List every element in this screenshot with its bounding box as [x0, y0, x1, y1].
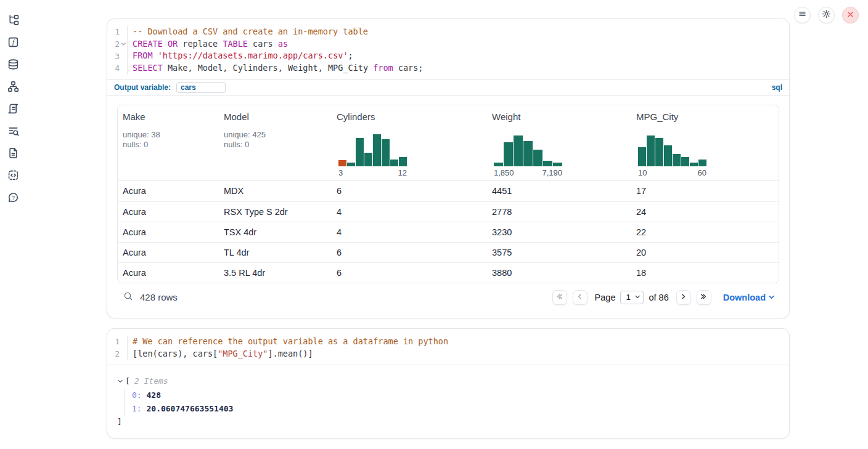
- table-cell: 18: [631, 268, 779, 278]
- page-label: Page: [595, 293, 616, 302]
- column-stats: unique: 425 nulls: 0: [224, 130, 327, 150]
- table-cell: RSX Type S 2dr: [219, 207, 332, 217]
- database-icon[interactable]: [7, 59, 19, 70]
- line-number: 2: [107, 39, 120, 49]
- histogram-bar: [494, 163, 503, 166]
- column-label[interactable]: Cylinders: [337, 111, 482, 122]
- histogram-bar: [347, 163, 355, 166]
- last-page-button[interactable]: [697, 290, 711, 305]
- cylinders-histogram: 3 12: [338, 134, 407, 177]
- code-line: FROM 'https://datasets.marimo.app/cars.c…: [133, 50, 789, 62]
- histogram-bar: [543, 161, 552, 166]
- line-number: 2: [107, 349, 120, 358]
- column-label[interactable]: Weight: [492, 111, 626, 122]
- table-cell: Acura: [118, 227, 219, 237]
- items-count-label: 2 Items: [134, 376, 168, 386]
- column-label[interactable]: Make: [123, 111, 214, 122]
- first-page-button[interactable]: [552, 290, 567, 305]
- top-toolbar: [794, 7, 859, 23]
- table-cell: 24: [631, 207, 779, 217]
- output-variable-label: Output variable:: [114, 83, 171, 92]
- settings-button[interactable]: [818, 7, 835, 23]
- code-line: CREATE OR replace TABLE cars as: [133, 38, 789, 51]
- column-label[interactable]: Model: [224, 111, 327, 122]
- sql-code-editor[interactable]: 1234 -- Download a CSV and create an in-…: [107, 19, 789, 79]
- fold-chevron-icon[interactable]: [120, 41, 127, 48]
- chevrons-right-icon: [700, 292, 708, 303]
- function-icon[interactable]: f: [7, 36, 19, 48]
- document-icon[interactable]: [7, 147, 19, 159]
- sql-cell: 1234 -- Download a CSV and create an in-…: [107, 18, 790, 318]
- column-label[interactable]: MPG_City: [636, 111, 774, 122]
- collapse-chevron-icon[interactable]: [117, 378, 123, 384]
- table-cell: TSX 4dr: [219, 227, 332, 237]
- column-header-weight: Weight 1,850 7,190: [487, 105, 631, 180]
- output-variable-input[interactable]: [176, 82, 226, 93]
- dependency-graph-icon[interactable]: [7, 81, 19, 92]
- table-footer: 428 rows Page: [117, 288, 779, 307]
- close-bracket: ]: [117, 416, 779, 428]
- table-cell: Acura: [118, 186, 219, 196]
- histogram-min-label: 1,850: [494, 168, 514, 177]
- table-cell: TL 4dr: [219, 248, 332, 257]
- page-number-select[interactable]: 1: [620, 291, 644, 304]
- snippets-icon[interactable]: [7, 169, 19, 181]
- logs-search-icon[interactable]: [7, 125, 19, 137]
- histogram-bar: [399, 157, 407, 166]
- histogram-bar: [673, 154, 681, 166]
- histogram-bar: [338, 160, 346, 166]
- sql-cell-output: Make unique: 38 nulls: 0 Model unique: 4…: [107, 96, 789, 307]
- column-header-cylinders: Cylinders 3 12: [332, 105, 487, 180]
- histogram-bar: [698, 160, 706, 166]
- shutdown-button[interactable]: [842, 7, 859, 23]
- table-body: AcuraMDX6445117AcuraRSX Type S 2dr427782…: [118, 181, 779, 283]
- file-tree-icon[interactable]: [7, 14, 19, 26]
- sql-code: -- Download a CSV and create an in-memor…: [128, 26, 789, 75]
- python-cell: 12 # We can reference the output variabl…: [107, 328, 790, 439]
- menu-icon: [798, 9, 807, 21]
- code-line: SELECT Make, Model, Cylinders, Weight, M…: [133, 62, 789, 75]
- table-cell: 2778: [487, 207, 631, 217]
- table-row[interactable]: Acura3.5 RL 4dr6388018: [118, 262, 779, 283]
- next-page-button[interactable]: [676, 290, 691, 305]
- close-icon: [846, 10, 854, 21]
- table-cell: MDX: [219, 186, 332, 196]
- table-cell: 22: [631, 227, 779, 237]
- download-button[interactable]: Download: [723, 293, 775, 302]
- table-row[interactable]: AcuraTSX 4dr4323022: [118, 222, 779, 242]
- chevron-left-icon: [576, 292, 584, 303]
- table-row[interactable]: AcuraMDX6445117: [118, 181, 779, 201]
- weight-histogram: 1,850 7,190: [494, 134, 562, 177]
- histogram-bar: [533, 150, 542, 166]
- gear-icon: [822, 9, 831, 21]
- output-variable-row: Output variable: sql: [107, 79, 789, 96]
- table-cell: 3880: [487, 268, 631, 278]
- histogram-max-label: 7,190: [542, 168, 562, 177]
- language-badge: sql: [772, 83, 782, 92]
- scroll-icon[interactable]: [7, 103, 19, 115]
- code-line: # We can reference the output variable a…: [133, 336, 789, 348]
- histogram-bar: [390, 160, 398, 166]
- previous-page-button[interactable]: [573, 290, 588, 305]
- table-row[interactable]: AcuraTL 4dr6357520: [118, 242, 779, 262]
- menu-button[interactable]: [794, 7, 811, 23]
- output-list: 0: 4281: 20.060747663551403: [124, 389, 779, 416]
- chevron-down-icon: [634, 293, 641, 302]
- chevron-right-icon: [679, 292, 687, 303]
- pagination: Page 1 of 86: [552, 290, 775, 305]
- help-icon[interactable]: ?: [7, 192, 19, 203]
- histogram-min-label: 10: [638, 168, 647, 177]
- code-line: -- Download a CSV and create an in-memor…: [133, 26, 789, 38]
- python-cell-output: [ 2 Items 0: 4281: 20.060747663551403 ]: [107, 365, 789, 435]
- histogram-bar: [523, 141, 533, 166]
- line-number: 1: [107, 337, 120, 346]
- line-number-gutter: 1234: [107, 26, 128, 75]
- table-cell: 20: [631, 248, 779, 257]
- python-code-editor[interactable]: 12 # We can reference the output variabl…: [107, 329, 789, 365]
- line-number: 3: [107, 52, 120, 61]
- table-cell: 4: [332, 207, 487, 217]
- column-header-model: Model unique: 425 nulls: 0: [219, 105, 332, 180]
- table-row[interactable]: AcuraRSX Type S 2dr4277824: [118, 201, 779, 222]
- open-bracket: [: [125, 376, 130, 386]
- search-button[interactable]: [121, 291, 133, 304]
